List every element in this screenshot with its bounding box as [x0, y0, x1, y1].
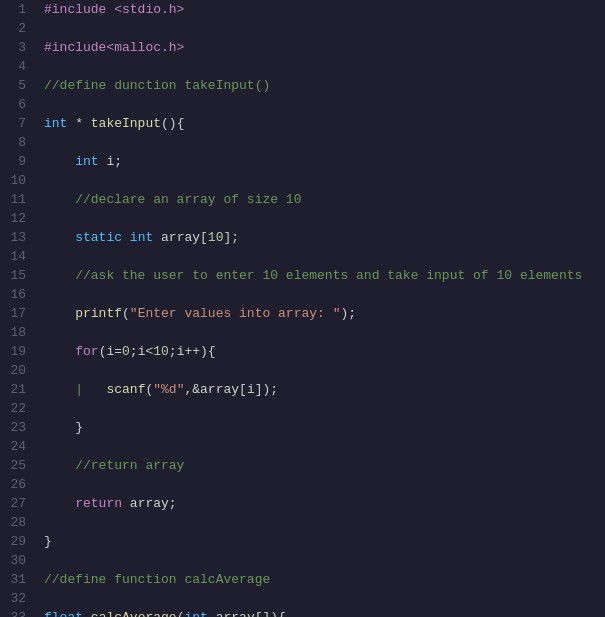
code-line: return array;	[44, 494, 605, 513]
line-number: 11	[8, 190, 26, 209]
token: ,&array[i]);	[184, 382, 278, 397]
line-number: 20	[8, 361, 26, 380]
line-number: 28	[8, 513, 26, 532]
line-number: 31	[8, 570, 26, 589]
code-line: float calcAverage(int array[]){	[44, 608, 605, 617]
code-line: //return array	[44, 456, 605, 475]
code-line: #include <stdio.h>	[44, 0, 605, 19]
code-line	[44, 57, 605, 76]
line-number: 19	[8, 342, 26, 361]
line-number: 23	[8, 418, 26, 437]
token: //declare an array of size 10	[44, 192, 301, 207]
code-line	[44, 171, 605, 190]
line-number: 27	[8, 494, 26, 513]
token: //define function calcAverage	[44, 572, 270, 587]
token: int	[44, 116, 67, 131]
token: 0	[122, 344, 130, 359]
token: float	[44, 610, 83, 617]
code-line: //ask the user to enter 10 elements and …	[44, 266, 605, 285]
token: ;i<	[130, 344, 153, 359]
line-number: 7	[8, 114, 26, 133]
code-line: //define dunction takeInput()	[44, 76, 605, 95]
code-line: #include<malloc.h>	[44, 38, 605, 57]
token: array[]){	[208, 610, 286, 617]
line-number: 32	[8, 589, 26, 608]
token: static	[75, 230, 122, 245]
line-number: 22	[8, 399, 26, 418]
code-line: int i;	[44, 152, 605, 171]
token: "%d"	[153, 382, 184, 397]
code-line: }	[44, 532, 605, 551]
line-number: 18	[8, 323, 26, 342]
code-line: for(i=0;i<10;i++){	[44, 342, 605, 361]
token	[44, 306, 75, 321]
line-number: 1	[8, 0, 26, 19]
token: return	[75, 496, 122, 511]
token: //define dunction takeInput()	[44, 78, 270, 93]
token: //ask the user to enter 10 elements and …	[44, 268, 582, 283]
line-number: 33	[8, 608, 26, 617]
token: int	[75, 154, 98, 169]
token	[122, 230, 130, 245]
token: takeInput	[91, 116, 161, 131]
line-number: 12	[8, 209, 26, 228]
line-number: 2	[8, 19, 26, 38]
line-number: 30	[8, 551, 26, 570]
line-number: 5	[8, 76, 26, 95]
line-number: 21	[8, 380, 26, 399]
code-line	[44, 551, 605, 570]
code-line	[44, 95, 605, 114]
code-line: //declare an array of size 10	[44, 190, 605, 209]
code-line: }	[44, 418, 605, 437]
code-line: static int array[10];	[44, 228, 605, 247]
token: scanf	[106, 382, 145, 397]
line-numbers: 1234567891011121314151617181920212223242…	[0, 0, 36, 617]
line-number: 4	[8, 57, 26, 76]
token: "Enter values into array: "	[130, 306, 341, 321]
token: printf	[75, 306, 122, 321]
code-editor: 1234567891011121314151617181920212223242…	[0, 0, 605, 617]
token	[44, 496, 75, 511]
token: ;i++){	[169, 344, 216, 359]
token: //return array	[44, 458, 184, 473]
code-line	[44, 399, 605, 418]
token: #include<malloc.h>	[44, 40, 184, 55]
token: int	[130, 230, 153, 245]
token	[44, 154, 75, 169]
line-number: 26	[8, 475, 26, 494]
code-line: //define function calcAverage	[44, 570, 605, 589]
token: 10	[153, 344, 169, 359]
line-number: 17	[8, 304, 26, 323]
line-number: 6	[8, 95, 26, 114]
code-line	[44, 513, 605, 532]
token: }	[44, 534, 52, 549]
line-number: 14	[8, 247, 26, 266]
line-number: 16	[8, 285, 26, 304]
token	[44, 344, 75, 359]
token: }	[44, 420, 83, 435]
line-number: 8	[8, 133, 26, 152]
token	[44, 230, 75, 245]
code-line: printf("Enter values into array: ");	[44, 304, 605, 323]
code-line: int * takeInput(){	[44, 114, 605, 133]
code-line	[44, 437, 605, 456]
token: i;	[99, 154, 122, 169]
line-number: 15	[8, 266, 26, 285]
code-line	[44, 361, 605, 380]
token: *	[67, 116, 90, 131]
token: 10	[208, 230, 224, 245]
line-number: 13	[8, 228, 26, 247]
code-line	[44, 247, 605, 266]
line-number: 10	[8, 171, 26, 190]
line-number: 3	[8, 38, 26, 57]
token: (){	[161, 116, 184, 131]
line-number: 29	[8, 532, 26, 551]
code-line	[44, 285, 605, 304]
token: );	[340, 306, 356, 321]
code-line: | scanf("%d",&array[i]);	[44, 380, 605, 399]
token: ];	[223, 230, 239, 245]
token: array;	[122, 496, 177, 511]
code-line	[44, 133, 605, 152]
code-line	[44, 589, 605, 608]
line-number: 24	[8, 437, 26, 456]
